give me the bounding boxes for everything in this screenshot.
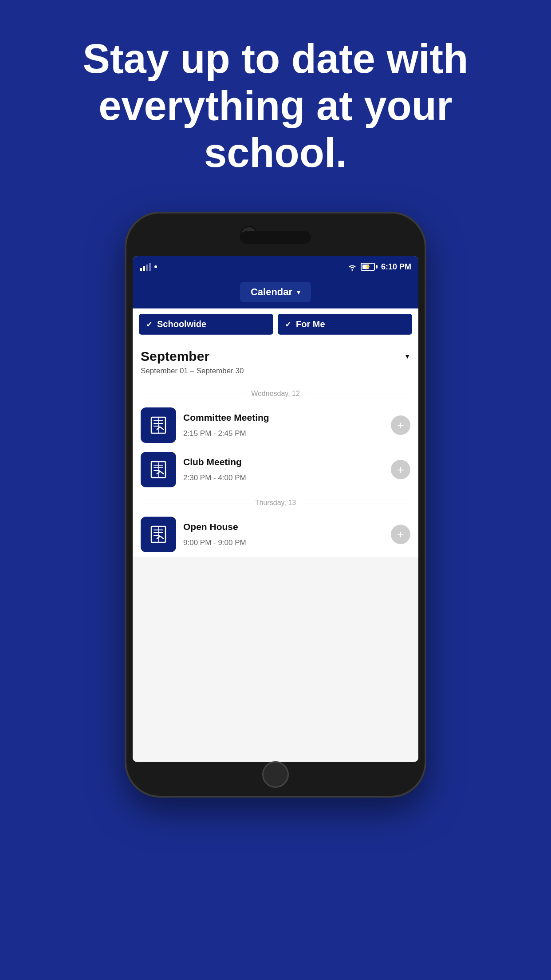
- calendar-dropdown-arrow: ▾: [297, 288, 300, 296]
- divider-line-thu-right: [301, 503, 410, 503]
- battery-icon: ⚡: [361, 263, 378, 271]
- month-title: September: [141, 349, 209, 364]
- schoolwide-check-icon: ✓: [146, 320, 153, 329]
- phone-speaker: [240, 231, 311, 244]
- month-header: September ▼: [133, 340, 418, 367]
- add-open-house-button[interactable]: +: [391, 525, 410, 544]
- signal-bar-3: [146, 265, 148, 271]
- event-title-club: Club Meeting: [183, 457, 384, 467]
- phone-shell: ⚡ 6:10 PM Calendar ▾ ✓ Schoolwid: [125, 212, 426, 798]
- calendar-label: Calendar: [251, 286, 292, 298]
- signal-bar-1: [140, 268, 142, 271]
- phone-mockup: ⚡ 6:10 PM Calendar ▾ ✓ Schoolwid: [125, 212, 426, 798]
- event-time-committee: 2:15 PM - 2:45 PM: [183, 429, 384, 438]
- status-bar: ⚡ 6:10 PM: [133, 256, 418, 277]
- divider-line-thu: [141, 503, 250, 503]
- svg-point-0: [351, 269, 353, 271]
- for-me-check-icon: ✓: [285, 320, 291, 329]
- signal-bar-2: [143, 266, 145, 271]
- event-icon-committee: [141, 407, 176, 443]
- calendar-content: September ▼ September 01 – September 30 …: [133, 340, 418, 557]
- battery-lightning: ⚡: [364, 264, 371, 270]
- filter-tabs: ✓ Schoolwide ✓ For Me: [133, 308, 418, 340]
- phone-home-button[interactable]: [262, 761, 289, 788]
- signal-bar-4: [149, 263, 151, 271]
- day-label-thu: Thursday, 13: [255, 499, 296, 507]
- event-title-open-house: Open House: [183, 522, 384, 532]
- day-divider-wed: Wednesday, 12: [133, 383, 418, 403]
- event-open-house: Open House 9:00 PM - 9:00 PM +: [133, 512, 418, 557]
- event-details-club: Club Meeting 2:30 PM - 4:00 PM: [183, 457, 384, 482]
- event-details-committee: Committee Meeting 2:15 PM - 2:45 PM: [183, 412, 384, 438]
- book-icon-committee: [148, 415, 169, 436]
- month-range: September 01 – September 30: [133, 367, 418, 383]
- hero-headline: Stay up to date with everything at your …: [0, 0, 551, 203]
- event-time-club: 2:30 PM - 4:00 PM: [183, 474, 384, 482]
- filter-tab-for-me[interactable]: ✓ For Me: [278, 314, 412, 335]
- filter-tab-schoolwide[interactable]: ✓ Schoolwide: [139, 314, 273, 335]
- signal-dot: [154, 265, 157, 268]
- signal-bars: [140, 263, 151, 271]
- add-club-button[interactable]: +: [391, 460, 410, 479]
- month-dropdown-arrow[interactable]: ▼: [404, 353, 410, 360]
- status-time: 6:10 PM: [381, 262, 411, 272]
- day-divider-thu: Thursday, 13: [133, 492, 418, 512]
- divider-line-right: [305, 394, 410, 394]
- wifi-icon: [347, 263, 357, 271]
- event-details-open-house: Open House 9:00 PM - 9:00 PM: [183, 522, 384, 547]
- battery-body: ⚡: [361, 263, 375, 271]
- book-icon-club: [148, 459, 169, 480]
- signal-area: [140, 263, 157, 271]
- event-icon-club: [141, 452, 176, 487]
- for-me-label: For Me: [296, 319, 325, 329]
- battery-tip: [376, 265, 378, 269]
- status-icons: ⚡ 6:10 PM: [347, 262, 411, 272]
- event-committee-meeting: Committee Meeting 2:15 PM - 2:45 PM +: [133, 403, 418, 447]
- phone-screen: ⚡ 6:10 PM Calendar ▾ ✓ Schoolwid: [133, 256, 418, 762]
- event-time-open-house: 9:00 PM - 9:00 PM: [183, 538, 384, 547]
- book-icon-open-house: [148, 524, 169, 545]
- app-header: Calendar ▾: [133, 277, 418, 308]
- add-committee-button[interactable]: +: [391, 415, 410, 435]
- schoolwide-label: Schoolwide: [157, 319, 206, 329]
- event-title-committee: Committee Meeting: [183, 412, 384, 423]
- divider-line: [141, 394, 246, 394]
- event-club-meeting: Club Meeting 2:30 PM - 4:00 PM +: [133, 447, 418, 492]
- day-label-wed: Wednesday, 12: [251, 390, 300, 398]
- event-icon-open-house: [141, 517, 176, 552]
- calendar-dropdown[interactable]: Calendar ▾: [240, 282, 311, 302]
